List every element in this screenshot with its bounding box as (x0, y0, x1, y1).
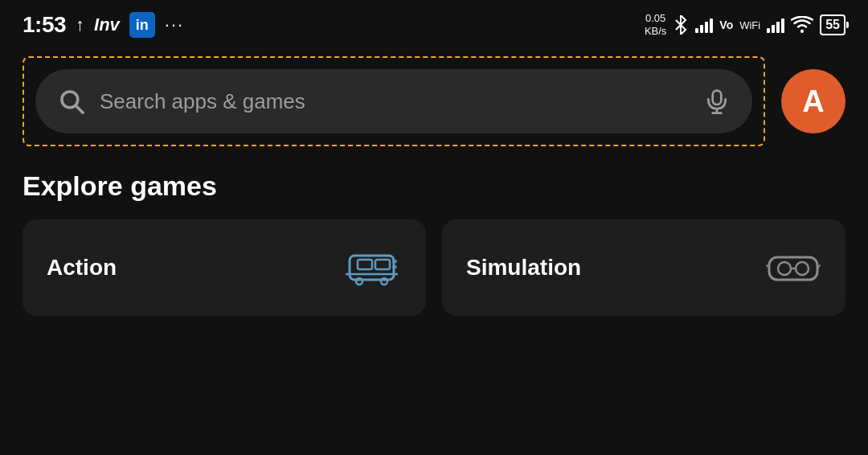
bluetooth-icon (673, 15, 689, 35)
svg-point-11 (381, 278, 387, 285)
svg-rect-3 (713, 91, 722, 105)
search-box-highlight: Search apps & games (23, 56, 765, 146)
status-time: 1:53 (23, 12, 66, 38)
category-name-simulation: Simulation (466, 255, 581, 281)
search-icon (58, 88, 85, 115)
svg-point-0 (800, 30, 804, 33)
action-icon (346, 248, 402, 288)
svg-point-18 (796, 262, 809, 275)
inv-label: Inv (94, 14, 120, 35)
svg-line-2 (76, 106, 84, 113)
category-card-simulation[interactable]: Simulation (442, 219, 845, 316)
svg-rect-7 (358, 260, 372, 269)
data-speed-indicator: 0.05 KB/s (645, 12, 666, 37)
simulation-icon (765, 248, 821, 288)
battery-level: 55 (825, 18, 840, 32)
svg-rect-8 (375, 260, 390, 269)
status-bar: 1:53 ↑ Inv in ··· 0.05 KB/s Vo WiFi (0, 0, 868, 48)
microphone-icon[interactable] (704, 88, 730, 114)
svg-point-10 (356, 278, 362, 285)
category-grid: Action Simulation (23, 219, 845, 316)
signal-bars-2 (767, 17, 784, 33)
upload-icon: ↑ (76, 14, 84, 35)
category-name-action: Action (47, 255, 117, 281)
svg-point-17 (778, 262, 791, 275)
wifi-label: WiFi (739, 19, 760, 31)
search-placeholder: Search apps & games (100, 89, 690, 114)
linkedin-icon: in (129, 12, 155, 38)
search-bar[interactable]: Search apps & games (35, 69, 752, 133)
battery-indicator: 55 (820, 14, 845, 35)
data-unit: KB/s (645, 25, 666, 38)
category-card-action[interactable]: Action (23, 219, 426, 316)
signal-bars-1 (695, 17, 713, 33)
status-left-group: 1:53 ↑ Inv in ··· (23, 12, 184, 38)
explore-section: Explore games Action Simulation (0, 162, 868, 332)
wifi-icon (791, 16, 813, 34)
search-area: Search apps & games A (0, 48, 868, 162)
svg-rect-15 (392, 265, 397, 268)
data-speed-value: 0.05 (645, 12, 666, 25)
avatar-label: A (802, 84, 824, 119)
overflow-dots: ··· (165, 14, 184, 35)
status-right-group: 0.05 KB/s Vo WiFi (645, 12, 845, 37)
section-title: Explore games (23, 170, 845, 202)
svg-rect-14 (392, 260, 397, 263)
vo-label: Vo (719, 18, 733, 31)
avatar[interactable]: A (781, 69, 845, 133)
